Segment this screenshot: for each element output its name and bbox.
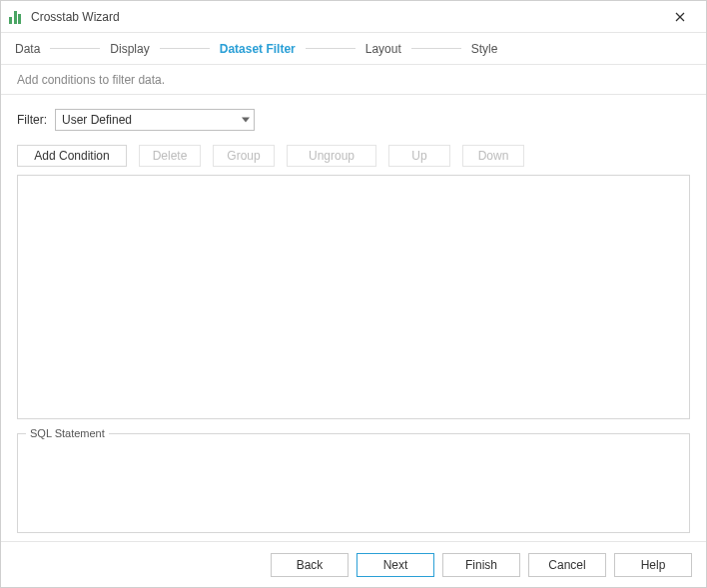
step-display[interactable]: Display bbox=[110, 42, 149, 56]
down-button: Down bbox=[462, 145, 524, 167]
close-icon bbox=[675, 12, 685, 22]
step-separator bbox=[306, 48, 355, 49]
help-button[interactable]: Help bbox=[614, 553, 692, 577]
wizard-footer: Back Next Finish Cancel Help bbox=[1, 541, 706, 587]
sql-statement-legend: SQL Statement bbox=[26, 427, 109, 439]
up-button: Up bbox=[388, 145, 450, 167]
filter-row: Filter: User Defined bbox=[17, 109, 690, 131]
filter-select-value: User Defined bbox=[62, 113, 132, 127]
filter-label: Filter: bbox=[17, 113, 47, 127]
group-label: Group bbox=[227, 149, 260, 163]
step-dataset-filter[interactable]: Dataset Filter bbox=[220, 42, 296, 56]
app-icon bbox=[9, 10, 23, 24]
crosstab-wizard-window: Crosstab Wizard Data Display Dataset Fil… bbox=[0, 0, 707, 588]
step-layout[interactable]: Layout bbox=[365, 42, 401, 56]
back-label: Back bbox=[297, 558, 324, 572]
close-button[interactable] bbox=[662, 5, 698, 29]
next-label: Next bbox=[383, 558, 408, 572]
window-title: Crosstab Wizard bbox=[31, 10, 120, 24]
back-button[interactable]: Back bbox=[271, 553, 349, 577]
delete-label: Delete bbox=[153, 149, 188, 163]
ungroup-label: Ungroup bbox=[309, 149, 354, 163]
cancel-label: Cancel bbox=[548, 558, 585, 572]
group-button: Group bbox=[213, 145, 275, 167]
finish-label: Finish bbox=[465, 558, 497, 572]
finish-button[interactable]: Finish bbox=[442, 553, 520, 577]
conditions-list[interactable] bbox=[17, 175, 690, 419]
step-description-text: Add conditions to filter data. bbox=[17, 73, 165, 87]
wizard-steps: Data Display Dataset Filter Layout Style bbox=[1, 33, 706, 65]
cancel-button[interactable]: Cancel bbox=[528, 553, 606, 577]
step-description: Add conditions to filter data. bbox=[1, 65, 706, 95]
step-separator bbox=[50, 48, 100, 49]
delete-button: Delete bbox=[139, 145, 201, 167]
step-data[interactable]: Data bbox=[15, 42, 40, 56]
help-label: Help bbox=[641, 558, 666, 572]
up-label: Up bbox=[411, 149, 426, 163]
sql-statement-panel: SQL Statement bbox=[17, 433, 690, 533]
add-condition-button[interactable]: Add Condition bbox=[17, 145, 127, 167]
content-area: Filter: User Defined Add Condition Delet… bbox=[1, 95, 706, 541]
next-button[interactable]: Next bbox=[356, 553, 434, 577]
ungroup-button: Ungroup bbox=[287, 145, 376, 167]
step-separator bbox=[160, 48, 210, 49]
step-style[interactable]: Style bbox=[471, 42, 498, 56]
down-label: Down bbox=[478, 149, 509, 163]
add-condition-label: Add Condition bbox=[34, 149, 109, 163]
filter-select[interactable]: User Defined bbox=[55, 109, 255, 131]
conditions-toolbar: Add Condition Delete Group Ungroup Up Do… bbox=[17, 145, 690, 167]
titlebar: Crosstab Wizard bbox=[1, 1, 706, 33]
chevron-down-icon bbox=[242, 118, 250, 123]
step-separator bbox=[411, 48, 461, 49]
